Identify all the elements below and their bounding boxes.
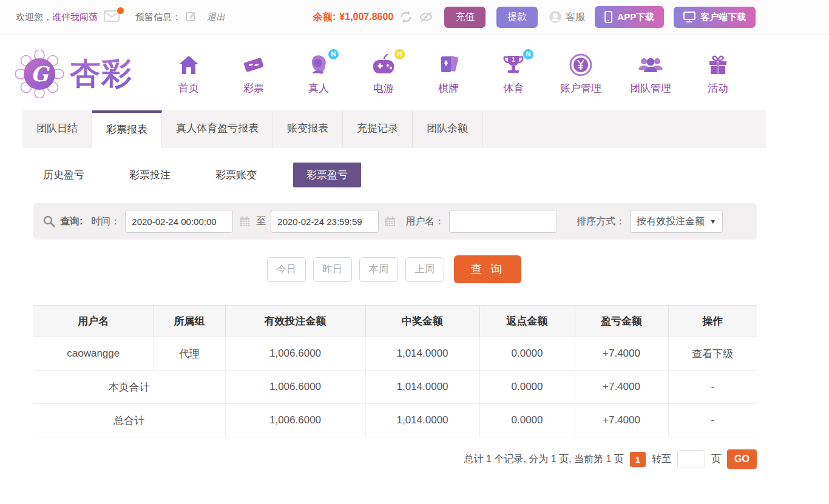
page-total-row: 本页合计 1,006.6000 1,014.0000 0.0000 +7.400… xyxy=(33,371,757,404)
customer-service-icon xyxy=(549,10,562,24)
pagination-summary: 总计 1 个记录, 分为 1 页, 当前第 1 页 xyxy=(464,453,624,466)
hide-balance-button[interactable] xyxy=(419,11,433,23)
topbar: 欢迎您， 谁伴我闯荡 预留信息： 退出 余额: ¥1,007.8600 充值 xyxy=(0,0,829,35)
this-week-button[interactable]: 本周 xyxy=(359,257,398,282)
page-total-label: 本页合计 xyxy=(33,371,225,404)
username-link[interactable]: 谁伴我闯荡 xyxy=(52,12,98,23)
nav-item-account[interactable]: 账户管理 xyxy=(560,53,601,95)
time-label: 时间： xyxy=(91,215,120,228)
page-unit-label: 页 xyxy=(711,453,721,466)
refresh-balance-button[interactable] xyxy=(399,10,413,24)
mail-unread-dot xyxy=(117,7,124,14)
sort-select[interactable]: 按有效投注金额 ▼ xyxy=(630,210,723,233)
grand-total-valid-bet: 1,006.6000 xyxy=(225,404,365,437)
nav-item-egames[interactable]: H 电游 xyxy=(365,53,402,95)
pagination: 总计 1 个记录, 分为 1 页, 当前第 1 页 1 转至 页 GO xyxy=(33,449,757,504)
page-total-action: - xyxy=(668,371,757,404)
tab-live-sports-report[interactable]: 真人体育盈亏报表 xyxy=(162,110,273,148)
table-header-row: 用户名 所属组 有效投注金额 中奖金额 返点金额 盈亏金额 操作 xyxy=(33,306,757,337)
cell-profit: +7.4000 xyxy=(575,337,668,371)
grand-total-label: 总合计 xyxy=(33,404,225,437)
new-badge: N xyxy=(523,49,533,59)
header-username: 用户名 xyxy=(33,306,154,337)
home-icon xyxy=(178,55,200,75)
app-download-button[interactable]: APP下载 xyxy=(595,6,664,28)
main-navigation: G 杏彩 首页 彩票 xyxy=(0,35,829,110)
goto-page-input[interactable] xyxy=(677,450,705,468)
tabbar-filler xyxy=(482,110,766,148)
gift-icon xyxy=(707,54,729,76)
mail-button[interactable] xyxy=(104,10,120,24)
table-row: caowangge 代理 1,006.6000 1,014.0000 0.000… xyxy=(33,337,757,371)
welcome-text: 欢迎您， xyxy=(16,12,52,23)
last-week-button[interactable]: 上周 xyxy=(405,257,444,282)
query-label: 查询: xyxy=(60,215,83,228)
calendar-icon[interactable] xyxy=(239,216,250,227)
tab-team-balance[interactable]: 团队余额 xyxy=(413,110,482,148)
customer-service-button[interactable]: 客服 xyxy=(549,10,585,24)
header-profit: 盈亏金额 xyxy=(575,306,668,337)
header-valid-bet: 有效投注金额 xyxy=(225,306,365,337)
deposit-button[interactable]: 充值 xyxy=(444,7,486,28)
search-panel: 查询: 时间： 至 用户名： 排序方式： 按有效投注金额 ▼ xyxy=(33,203,757,240)
cell-username: caowangge xyxy=(33,337,154,371)
nav-item-cards[interactable]: 棋牌 xyxy=(430,53,467,95)
balance-value: ¥1,007.8600 xyxy=(339,12,393,22)
time-to-input[interactable] xyxy=(271,210,379,233)
today-button[interactable]: 今日 xyxy=(267,257,306,282)
subtab-lottery-account-change[interactable]: 彩票账变 xyxy=(207,163,265,187)
query-button[interactable]: 查 询 xyxy=(454,255,521,283)
hot-badge: H xyxy=(394,49,405,59)
logout-link[interactable]: 退出 xyxy=(207,12,225,23)
nav-label-cards: 棋牌 xyxy=(438,81,459,95)
nav-label-lottery: 彩票 xyxy=(243,81,264,95)
tab-team-daily[interactable]: 团队日结 xyxy=(22,110,92,148)
edit-message-button[interactable] xyxy=(186,11,196,23)
cell-valid-bet: 1,006.6000 xyxy=(225,337,365,371)
nav-item-lottery[interactable]: 彩票 xyxy=(235,53,272,95)
app-download-label: APP下载 xyxy=(617,12,654,23)
cell-rebate: 0.0000 xyxy=(479,337,575,371)
trophy-icon: 1 xyxy=(502,54,525,76)
subtab-lottery-bets[interactable]: 彩票投注 xyxy=(121,163,179,187)
chevron-down-icon: ▼ xyxy=(709,218,716,225)
brand-logo[interactable]: G 杏彩 xyxy=(15,50,133,98)
grand-total-profit: +7.4000 xyxy=(575,404,668,437)
lottery-ticket-icon xyxy=(242,55,266,75)
nav-label-team: 团队管理 xyxy=(630,81,671,95)
yesterday-button[interactable]: 昨日 xyxy=(313,257,352,282)
gamepad-icon xyxy=(371,54,396,76)
nav-label-egames: 电游 xyxy=(373,81,394,95)
tab-account-change-report[interactable]: 账变报表 xyxy=(273,110,343,148)
header-rebate: 返点金额 xyxy=(479,306,575,337)
subtab-lottery-profit[interactable]: 彩票盈亏 xyxy=(293,163,361,187)
nav-item-team[interactable]: 团队管理 xyxy=(630,53,671,95)
username-input[interactable] xyxy=(449,210,557,233)
nav-item-home[interactable]: 首页 xyxy=(171,53,207,95)
nav-item-promos[interactable]: 活动 xyxy=(700,53,736,95)
tab-deposit-withdraw-record[interactable]: 充提记录 xyxy=(343,110,413,148)
grand-total-win: 1,014.0000 xyxy=(365,404,479,437)
goto-label: 转至 xyxy=(652,453,671,466)
current-page-badge[interactable]: 1 xyxy=(630,452,646,467)
nav-label-account: 账户管理 xyxy=(560,81,601,95)
view-subordinates-link[interactable]: 查看下级 xyxy=(668,337,757,371)
time-from-input[interactable] xyxy=(125,210,233,233)
header-win-amount: 中奖金额 xyxy=(365,306,479,337)
search-icon xyxy=(43,215,55,227)
withdraw-button[interactable]: 提款 xyxy=(496,7,538,28)
client-download-button[interactable]: 客户端下载 xyxy=(674,7,756,28)
client-download-label: 客户端下载 xyxy=(700,12,746,23)
customer-service-label: 客服 xyxy=(566,11,585,24)
reserved-info-label: 预留信息： xyxy=(135,12,181,23)
team-icon xyxy=(637,54,664,76)
go-button[interactable]: GO xyxy=(727,449,757,469)
edit-icon xyxy=(186,11,196,21)
nav-item-sports[interactable]: 1 N 体育 xyxy=(495,53,532,95)
header-action: 操作 xyxy=(668,306,757,337)
new-badge: N xyxy=(328,49,339,59)
subtab-history-profit[interactable]: 历史盈亏 xyxy=(35,163,93,187)
nav-item-live[interactable]: N 真人 xyxy=(300,53,337,95)
tab-lottery-report[interactable]: 彩票报表 xyxy=(92,110,162,148)
calendar-icon[interactable] xyxy=(385,216,396,227)
